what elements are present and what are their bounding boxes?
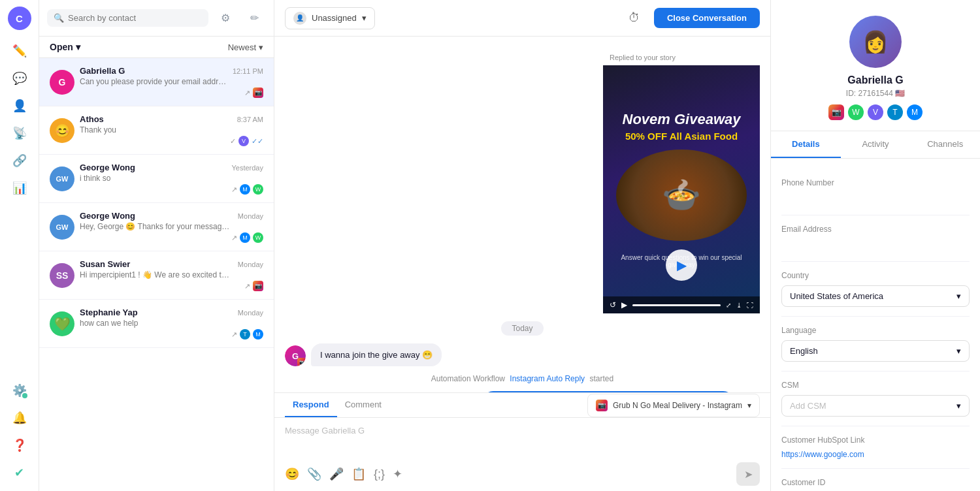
messenger-channel-icon: M xyxy=(253,329,263,340)
snooze-button[interactable]: ⏱ xyxy=(623,7,646,30)
unassigned-label: Unassigned xyxy=(312,13,357,23)
country-dropdown[interactable]: United States of America ▾ xyxy=(781,285,970,307)
story-subtitle: 50% OFF All Asian Food xyxy=(625,131,738,142)
video-controls[interactable]: ↺ ▶ ⤢ ⤓ ⛶ xyxy=(603,296,760,313)
right-panel: 👩 Gabriella G ID: 27161544 🇺🇸 📷 W V T M … xyxy=(771,0,980,491)
tab-respond[interactable]: Respond xyxy=(285,393,337,417)
customer-id-field-group: Customer ID Add Customer ID xyxy=(781,469,970,491)
message-preview: how can we help xyxy=(80,319,230,328)
list-item[interactable]: G Gabriella G 12:11 PM Can you please pr… xyxy=(39,58,274,106)
avatar: 💚 xyxy=(50,311,74,336)
attachment-icon[interactable]: 📎 xyxy=(307,467,321,481)
country-field-group: Country United States of America ▾ xyxy=(781,262,970,317)
message-time: 12:11 PM xyxy=(233,67,263,75)
search-box[interactable]: 🔍 xyxy=(47,9,208,27)
sidebar-item-notifications[interactable]: 🔔 xyxy=(8,406,31,430)
message-time: Monday xyxy=(238,212,263,220)
email-label: Email Address xyxy=(781,225,970,234)
profile-viber-icon[interactable]: V xyxy=(868,104,883,120)
newest-filter[interactable]: Newest ▾ xyxy=(228,42,263,52)
double-check-icon: ✓✓ xyxy=(252,137,263,146)
sidebar-item-help[interactable]: ❓ xyxy=(8,434,31,457)
compose-icon[interactable]: ✏ xyxy=(242,7,266,30)
message-time: Yesterday xyxy=(231,164,263,172)
profile-instagram-icon[interactable]: 📷 xyxy=(828,104,844,120)
list-item[interactable]: GW George Wong Monday Hey, George 😊 Than… xyxy=(39,203,274,251)
profile-whatsapp-icon[interactable]: W xyxy=(848,104,864,120)
language-dropdown[interactable]: English ▾ xyxy=(781,340,970,362)
sidebar-item-analytics[interactable]: 📡 xyxy=(8,121,31,145)
sidebar-item-network[interactable]: 🔗 xyxy=(8,149,31,172)
list-item[interactable]: GW George Wong Yesterday i think so ↗ M … xyxy=(39,155,274,203)
instagram-channel-icon: 📷 xyxy=(253,281,263,291)
check-icon: ✓ xyxy=(230,137,236,146)
send-button[interactable]: ➤ xyxy=(736,462,760,486)
today-badge: Today xyxy=(501,321,543,336)
country-label: Country xyxy=(781,271,970,280)
phone-field-group: Phone Number xyxy=(781,169,970,215)
play-button[interactable]: ▶ xyxy=(666,249,697,281)
contact-name: Susan Swier xyxy=(80,259,130,269)
open-filter[interactable]: Open ▾ xyxy=(50,42,80,52)
tab-channels[interactable]: Channels xyxy=(910,131,980,158)
search-input[interactable] xyxy=(68,13,202,23)
story-reply-label: Replied to your story xyxy=(603,50,760,65)
chevron-down-icon: ▾ xyxy=(747,401,751,410)
compose-toolbar: 😊 📎 🎤 📋 {;} ✦ ➤ xyxy=(274,457,770,491)
csm-dropdown[interactable]: Add CSM ▾ xyxy=(781,395,970,417)
automation-suffix: started xyxy=(589,374,613,383)
unassigned-icon: 👤 xyxy=(293,12,306,25)
user-avatar[interactable]: C xyxy=(8,7,31,30)
email-value xyxy=(781,239,970,252)
message-time: 8:37 AM xyxy=(237,116,263,123)
profile-channels: 📷 W V T M xyxy=(828,104,923,120)
play-icon[interactable]: ▶ xyxy=(621,300,627,309)
automation-link[interactable]: Instagram Auto Reply xyxy=(510,374,585,383)
list-item[interactable]: SS Susan Swier Monday Hi impercipient1 !… xyxy=(39,251,274,300)
expand-icon[interactable]: ⤢ xyxy=(726,302,731,309)
unassigned-button[interactable]: 👤 Unassigned ▾ xyxy=(285,7,375,29)
open-label: Open xyxy=(50,42,73,52)
chevron-down-icon: ▾ xyxy=(76,42,80,52)
chevron-down-icon: ▾ xyxy=(259,42,263,52)
telegram-channel-icon: T xyxy=(240,329,250,340)
tab-comment[interactable]: Comment xyxy=(337,393,389,417)
profile-messenger-icon[interactable]: M xyxy=(907,104,923,120)
channel-ig-icon: 📷 xyxy=(596,400,608,411)
sidebar-item-settings[interactable]: ⚙️ xyxy=(8,379,31,402)
channel-selector[interactable]: 📷 Grub N Go Meal Delivery - Instagram ▾ xyxy=(587,394,760,417)
code-icon[interactable]: {;} xyxy=(374,467,385,481)
profile-name: Gabriella G xyxy=(847,74,903,86)
emoji-icon[interactable]: 😊 xyxy=(285,467,299,481)
sidebar-item-check[interactable]: ✔ xyxy=(8,461,31,484)
profile-telegram-icon[interactable]: T xyxy=(887,104,903,120)
sidebar-item-contacts[interactable]: 👤 xyxy=(8,94,31,118)
contact-name: Stephanie Yap xyxy=(80,308,138,317)
close-conversation-button[interactable]: Close Conversation xyxy=(654,8,760,28)
viber-channel-icon: V xyxy=(238,136,249,146)
chat-header: 👤 Unassigned ▾ ⏱ Close Conversation xyxy=(274,0,770,37)
list-item[interactable]: 💚 Stephanie Yap Monday how can we help ↗… xyxy=(39,300,274,348)
compose-input-placeholder[interactable]: Message Gabriella G xyxy=(274,418,770,457)
star-icon[interactable]: ✦ xyxy=(393,467,402,481)
compose-area: Respond Comment 📷 Grub N Go Meal Deliver… xyxy=(274,392,770,491)
automation-text: Automation Workflow xyxy=(431,374,505,383)
fullscreen-icon[interactable]: ⛶ xyxy=(747,302,753,309)
template-icon[interactable]: 📋 xyxy=(351,467,366,481)
tab-details[interactable]: Details xyxy=(771,131,841,158)
replay-icon[interactable]: ↺ xyxy=(610,300,616,309)
today-label: Today xyxy=(285,321,760,336)
sidebar-item-chat[interactable]: 💬 xyxy=(8,67,31,90)
message-preview: i think so xyxy=(80,174,230,183)
profile-id: ID: 27161544 🇺🇸 xyxy=(846,89,905,98)
chevron-down-icon: ▾ xyxy=(956,401,961,411)
conv-subheader: Open ▾ Newest ▾ xyxy=(39,37,274,58)
message-time: Monday xyxy=(238,309,263,317)
sidebar-item-chart[interactable]: 📊 xyxy=(8,176,31,200)
list-item[interactable]: 😊 Athos 8:37 AM Thank you ✓ V ✓✓ xyxy=(39,106,274,155)
tab-activity[interactable]: Activity xyxy=(841,131,911,158)
audio-icon[interactable]: 🎤 xyxy=(329,467,344,481)
filter-icon[interactable]: ⚙ xyxy=(214,7,237,30)
sidebar-item-compose[interactable]: ✏️ xyxy=(8,39,31,63)
download-icon[interactable]: ⤓ xyxy=(736,302,742,309)
